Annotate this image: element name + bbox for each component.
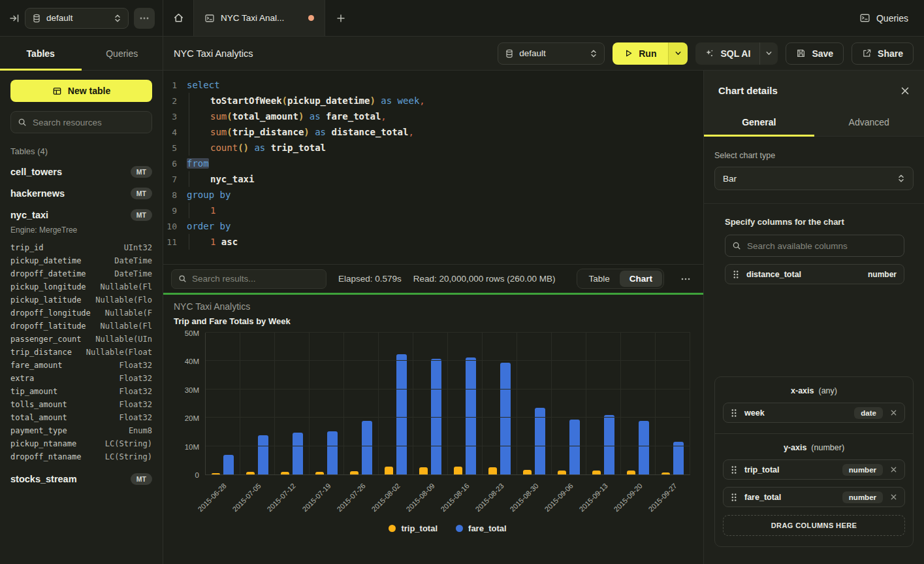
chip-type-label: number: [868, 270, 897, 279]
column-row: fare_amountFloat32: [10, 359, 152, 372]
run-options-dropdown[interactable]: [668, 42, 688, 65]
share-button-label: Share: [878, 48, 903, 59]
search-results-input[interactable]: Search results...: [171, 269, 327, 289]
panel-tab-advanced[interactable]: Advanced: [814, 108, 924, 136]
drag-columns-dropzone[interactable]: DRAG COLUMNS HERE: [723, 515, 905, 536]
query-title: NYC Taxi Analytics: [174, 48, 253, 59]
trip_total-bar: [558, 471, 566, 475]
trip_total-bar: [454, 467, 462, 474]
bar-group: [517, 333, 552, 474]
drag-handle-icon[interactable]: [731, 493, 737, 502]
chip-type-badge: number: [842, 491, 883, 503]
home-icon[interactable]: [163, 0, 193, 36]
trip_total-bar: [281, 472, 289, 474]
drag-handle-icon[interactable]: [731, 465, 737, 474]
table-row-stocks_stream[interactable]: stocks_streamMT: [10, 473, 152, 485]
view-toggle-table[interactable]: Table: [579, 271, 619, 287]
sidebar: Tables Queries New table Search resource…: [0, 37, 163, 564]
remove-chip-icon[interactable]: [890, 409, 897, 416]
search-columns-input[interactable]: Search available columns: [725, 235, 904, 257]
column-row: passenger_countNullable(UIn: [10, 333, 152, 346]
drag-handle-icon[interactable]: [733, 270, 739, 279]
sidebar-more-button[interactable]: [134, 8, 155, 29]
bar-group: [413, 333, 448, 474]
sql-token: (: [282, 95, 287, 106]
column-name: extra: [10, 372, 34, 385]
x-tick: 2015-09-13: [586, 475, 621, 523]
column-chip-fare_total[interactable]: fare_totalnumber: [723, 487, 905, 507]
x-axis-header: x-axis (any): [723, 386, 905, 395]
tab-nyc-taxi-analytics[interactable]: NYC Taxi Anal...: [193, 0, 325, 36]
close-icon[interactable]: [900, 86, 910, 95]
queries-link[interactable]: Queries: [859, 0, 908, 36]
legend-label: trip_total: [401, 523, 438, 533]
column-chip-distance_total[interactable]: distance_totalnumber: [725, 264, 904, 284]
new-tab-icon[interactable]: [325, 0, 357, 36]
sql-ai-dropdown[interactable]: [759, 42, 778, 65]
active-tab-underline: [0, 69, 82, 71]
main-column: NYC Taxi Analytics default Ru: [163, 37, 924, 564]
panel-tab-general[interactable]: General: [704, 108, 814, 136]
column-row: dropoff_latitudeNullable(Fl: [10, 320, 152, 333]
sidebar-tab-queries[interactable]: Queries: [82, 37, 163, 70]
chart-plot-area: 010M20M30M40M50M: [205, 333, 690, 475]
run-button[interactable]: Run: [613, 42, 668, 65]
chip-type-badge: date: [854, 407, 883, 419]
new-table-button[interactable]: New table: [10, 80, 152, 102]
x-tick: 2015-09-27: [656, 475, 690, 523]
sidebar-tab-tables[interactable]: Tables: [0, 37, 82, 70]
trip_total-bar: [212, 473, 220, 474]
legend-item-fare_total[interactable]: fare_total: [456, 523, 507, 533]
y-tick-label: 10M: [185, 443, 199, 451]
collapse-sidebar-icon[interactable]: [9, 13, 20, 24]
column-name: trip_distance: [10, 346, 72, 359]
save-button[interactable]: Save: [786, 42, 844, 65]
table-row-nyc_taxi[interactable]: nyc_taxiMT: [10, 209, 152, 221]
run-button-group: Run: [613, 42, 688, 65]
fare_total-bar: [293, 433, 303, 474]
share-button[interactable]: Share: [852, 42, 914, 65]
table-row-cell_towers[interactable]: cell_towersMT: [10, 166, 152, 178]
line-number: 3: [163, 112, 187, 122]
database-selector[interactable]: default: [25, 8, 129, 29]
line-number: 8: [163, 190, 187, 200]
gridline: [206, 389, 690, 390]
x-axis-section: x-axis (any) weekdate: [715, 377, 913, 433]
line-number: 9: [163, 206, 187, 216]
chip-column-name: distance_total: [746, 270, 801, 279]
column-name: trip_id: [10, 241, 44, 254]
column-chip-trip_total[interactable]: trip_totalnumber: [723, 459, 905, 480]
drag-handle-icon[interactable]: [731, 408, 737, 418]
sql-token: sum: [210, 127, 227, 137]
sql-token: trip_total: [271, 142, 326, 153]
chip-column-name: trip_total: [744, 465, 779, 474]
remove-chip-icon[interactable]: [890, 466, 897, 473]
sql-ai-button[interactable]: SQL AI: [695, 42, 759, 65]
x-tick: 2015-07-19: [309, 475, 343, 523]
search-resources-input[interactable]: Search resources: [10, 111, 152, 133]
x-tick-label: 2015-06-28: [197, 482, 228, 513]
sql-token: nyc_taxi: [210, 174, 254, 184]
view-toggle-chart[interactable]: Chart: [620, 271, 662, 287]
legend-item-trip_total[interactable]: trip_total: [389, 523, 438, 533]
table-row-hackernews[interactable]: hackernewsMT: [10, 188, 152, 199]
sql-token: select: [187, 80, 220, 90]
sql-token: (: [227, 127, 232, 137]
sql-ai-button-group: SQL AI: [695, 42, 778, 65]
toolbar-database-selector[interactable]: default: [498, 42, 605, 65]
chip-column-name: week: [744, 408, 765, 418]
sql-line: 7nyc_taxi: [163, 171, 703, 187]
results-more-icon[interactable]: [676, 278, 695, 280]
queries-link-label: Queries: [876, 13, 908, 24]
chart-type-label: Select chart type: [714, 151, 914, 160]
columns-spec: Specify columns for the chart Search ava…: [725, 217, 904, 284]
remove-chip-icon[interactable]: [890, 493, 897, 501]
column-type: Float32: [119, 359, 152, 372]
chart-type-select[interactable]: Bar: [714, 167, 914, 190]
sql-editor[interactable]: 1select2toStartOfWeek(pickup_datetime) a…: [163, 71, 703, 264]
unsaved-indicator-dot: [308, 15, 314, 21]
column-chip-week[interactable]: weekdate: [723, 403, 905, 423]
column-name: total_amount: [10, 411, 67, 424]
gridline: [206, 332, 690, 333]
fare_total-bar: [223, 455, 234, 474]
